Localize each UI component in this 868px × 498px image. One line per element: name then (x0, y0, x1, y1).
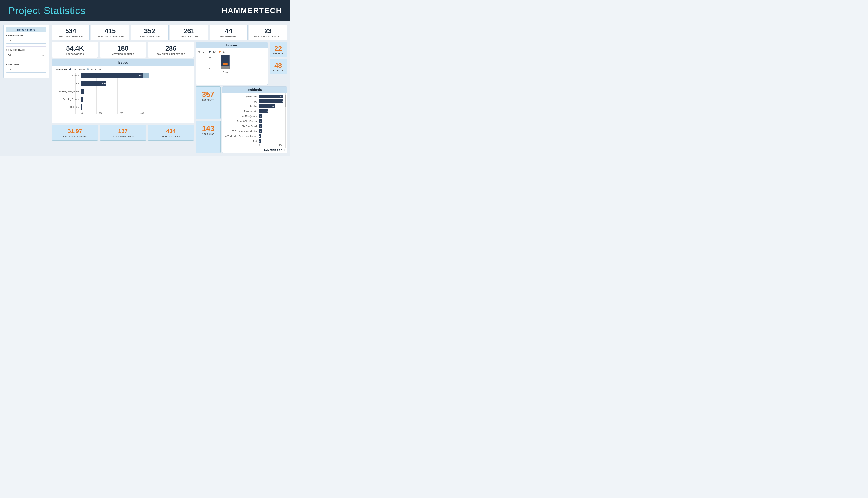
mti-rate-number: 22 (273, 45, 283, 52)
y-label-0: 0 (209, 68, 210, 70)
bar-label-pending: Pending Review (54, 98, 79, 101)
stat-ave-days-number: 31.97 (54, 128, 96, 134)
lti-rate-label: LTI RATE (273, 69, 283, 72)
bar-neg-rejected (81, 104, 82, 110)
incident-label-injury: Injury (225, 100, 259, 103)
legend-negative-label: NEGATIVE (73, 68, 85, 71)
mti-rate-card: 22 MTI RATE (270, 42, 287, 57)
stat-negative-issues-number: 434 (150, 128, 192, 134)
incidents-chart-area: (IP) Incident 141 Injury 78 (222, 93, 287, 148)
legend-category-label: CATEGORY (54, 68, 67, 71)
legend-mti-dot (198, 51, 200, 53)
project-filter-group: PROJECT NAME All ⌄ (6, 49, 46, 58)
incident-val-injury: 78 (281, 100, 283, 102)
incident-val-environmental: 29 (265, 110, 268, 112)
bar-val-open: 120 (102, 82, 105, 85)
incident-bar-injury: 78 (259, 100, 283, 103)
rate-cards: 22 MTI RATE 48 LTI RATE (270, 42, 287, 85)
top-stats-row: 534 PERSONNEL ENROLLED 415 ORIENTATION A… (52, 25, 287, 40)
region-filter-select[interactable]: All ⌄ (6, 38, 46, 43)
incident-row-theft: Theft 5 (225, 139, 283, 143)
employer-chevron-icon: ⌄ (42, 68, 44, 71)
issues-section: 54.4K HOURS WORKED 180 MEETINGS OCCURED … (52, 42, 194, 153)
stat-employers-number: 23 (251, 27, 285, 35)
legend-mti-label: MTI (203, 51, 206, 53)
legend-negative-dot (69, 68, 71, 70)
stat-outstanding-label: OUTSTANDING ISSUES (102, 135, 144, 137)
issues-chart-box: CATEGORY NEGATIVE POSITIVE (52, 66, 194, 123)
incident-row-siterule: Site Rule Breach 10 (225, 124, 283, 128)
incident-row-plantdamage: PropertyPlantDamage 10 (225, 119, 283, 123)
stat-meetings: 180 MEETINGS OCCURED (100, 42, 146, 58)
legend-positive-dot (87, 68, 89, 70)
bar-row-rejected: Rejected (81, 104, 191, 110)
stat-inspections-label: COMPLETED INSPECTIONS (150, 53, 192, 55)
injuries-legend: MTI FAI LTI (198, 51, 265, 53)
x-label-0: 0 (259, 144, 260, 146)
incident-bar-vos: 6 (259, 134, 261, 138)
injuries-chart-svg: 20 0 (198, 55, 265, 82)
bar-container-rejected (81, 104, 82, 110)
incidents-scrollbar-thumb[interactable] (285, 95, 286, 107)
stat-inspections: 286 COMPLETED INSPECTIONS (148, 42, 194, 58)
incidents-footer-logo: HAMMERTECH (222, 148, 287, 153)
x-tick-300: 300 (123, 112, 144, 114)
legend-positive-label: POSITIVE (91, 68, 102, 71)
main-content: Default Filters REGION NAME All ⌄ PROJEC… (0, 21, 290, 156)
incident-bar-incident: 49 (259, 104, 275, 108)
stat-employers-label: EMPLOYERS WITH SAFET... (251, 36, 285, 38)
incident-row-environmental: Environmental 29 (225, 109, 283, 113)
legend-fai-dot (209, 51, 211, 53)
project-chevron-icon: ⌄ (42, 53, 44, 56)
page-title: Project Statistics (8, 5, 86, 16)
header: Project Statistics HAMMERTECH (0, 0, 290, 21)
incidents-section: Incidents (IP) Incident 141 Injury (222, 87, 287, 153)
stat-jha-label: JHA SUBMITTED (172, 36, 206, 38)
bar-label-rejected: Rejected (54, 106, 79, 108)
stat-hours-number: 54.4K (54, 45, 96, 52)
employer-filter-select[interactable]: All ⌄ (6, 66, 46, 73)
bar-row-open: Open 120 (81, 81, 191, 87)
region-chevron-icon: ⌄ (42, 39, 44, 42)
employer-filter-group: EMPLOYER All ⌄ (6, 63, 46, 73)
employer-filter-value: All (8, 68, 11, 71)
employer-filter-label: EMPLOYER (6, 63, 46, 66)
stat-orientation-number: 415 (93, 27, 127, 35)
stat-inspections-number: 286 (150, 45, 192, 52)
near-miss-count-card: 143 NEAR MISS (196, 121, 221, 153)
legend-fai-label: FAI (213, 51, 217, 53)
incidents-row: 357 INCIDENTS 143 NEAR MISS Incidents (196, 87, 287, 153)
incidents-count-card: 357 INCIDENTS (196, 87, 221, 119)
stat-meetings-number: 180 (102, 45, 144, 52)
incident-val-incident: 49 (272, 105, 274, 107)
x-tick-200: 200 (102, 112, 123, 114)
incident-row-incident: Incident 49 (225, 104, 283, 108)
injuries-section: Injuries MTI FAI LTI (196, 42, 268, 85)
two-col-layout: 54.4K HOURS WORKED 180 MEETINGS OCCURED … (52, 42, 287, 153)
incidents-label: INCIDENTS (198, 99, 218, 101)
stat-negative-issues-label: NEGATIVE ISSUES (150, 135, 192, 137)
incident-bar-theft: 5 (259, 139, 261, 143)
filter-panel: Default Filters REGION NAME All ⌄ PROJEC… (3, 25, 49, 78)
near-miss-label: NEAR MISS (198, 133, 218, 135)
incident-val-siterule: 10 (259, 125, 261, 127)
incident-row-vos: VOS - Incident Report and Analysis 6 (225, 134, 283, 138)
incident-row-nearmiss: NearMiss (legacy) 10 (225, 114, 283, 118)
bar-neg-awaiting (81, 89, 83, 94)
incident-label-grg: GRG - Incident Investigation (225, 130, 259, 132)
stat-orientation: 415 ORIENTATION APPROVED (91, 25, 129, 40)
stat-permits-number: 352 (133, 27, 166, 35)
incident-bar-grg: 8 (259, 129, 262, 133)
incident-row-injury: Injury 78 (225, 100, 283, 103)
x-tick-100: 100 (82, 112, 102, 114)
stat-employers: 23 EMPLOYERS WITH SAFET... (249, 25, 287, 40)
filter-title: Default Filters (6, 27, 46, 32)
project-filter-select[interactable]: All ⌄ (6, 52, 46, 58)
incident-label-theft: Theft (225, 140, 259, 142)
incidents-scrollbar[interactable] (285, 93, 286, 148)
stat-negative-issues: 434 NEGATIVE ISSUES (148, 125, 194, 141)
legend-lti-label: LTI (223, 51, 226, 53)
incident-bar-ip: 141 (259, 94, 283, 98)
bar-neg-pending (81, 96, 82, 102)
bar-pos-closed (143, 73, 149, 78)
